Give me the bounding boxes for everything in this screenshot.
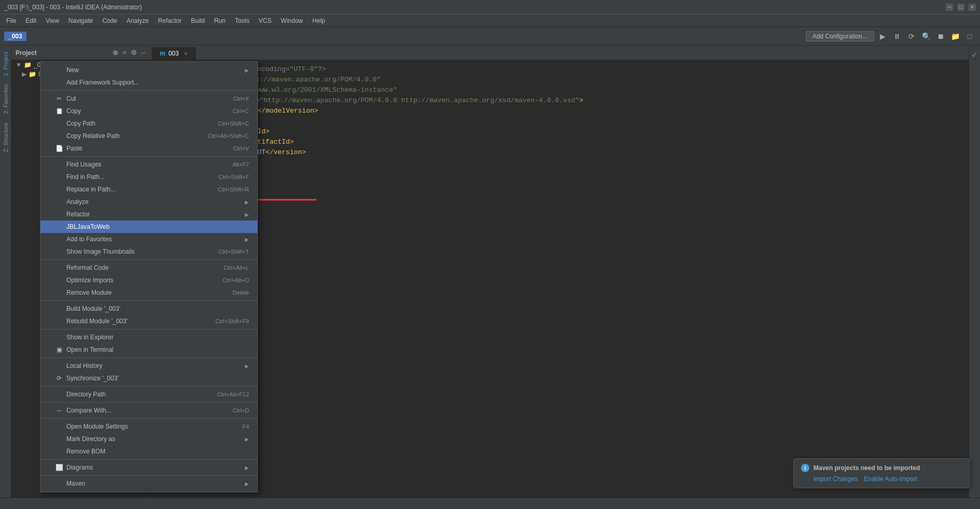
import-changes-link[interactable]: Import Changes: [813, 475, 858, 483]
ctx-build-module[interactable]: Build Module '_003': [40, 302, 257, 315]
ctx-add-framework[interactable]: Add Framework Support...: [40, 76, 257, 89]
layout-button[interactable]: □: [963, 30, 976, 43]
code-line-7: 7 <groupId>003</groupId>: [151, 127, 969, 137]
ctx-replace-in-path[interactable]: Replace in Path... Ctrl+Shift+R: [40, 183, 257, 196]
copy-path-icon: [55, 119, 63, 128]
ctx-find-usages[interactable]: Find Usages Alt+F7: [40, 158, 257, 171]
ctx-show-image-thumbnails[interactable]: Show Image Thumbnails Ctrl+Shift+T: [40, 245, 257, 258]
ctx-reformat-code[interactable]: Reformat Code Ctrl+Alt+L: [40, 262, 257, 274]
ctx-remove-module[interactable]: Remove Module Delete: [40, 286, 257, 299]
enable-auto-import-link[interactable]: Enable Auto-Import: [864, 475, 917, 483]
maximize-button[interactable]: □: [957, 4, 964, 11]
maven-notif-title: i Maven projects need to be imported: [801, 464, 962, 472]
remove-module-shortcut: Delete: [232, 290, 249, 296]
ctx-copy-path[interactable]: Copy Path Ctrl+Shift+C: [40, 117, 257, 130]
refresh-button[interactable]: ⟳: [905, 30, 918, 43]
menu-run[interactable]: Run: [210, 16, 230, 25]
ctx-add-to-favorites-label: Add to Favorites: [66, 236, 112, 243]
ctx-copy-relative-path[interactable]: Copy Relative Path Ctrl+Alt+Shift+C: [40, 130, 257, 142]
menu-vcs[interactable]: VCS: [255, 16, 276, 25]
ctx-synchronize[interactable]: ⟳ Synchronize '_003': [40, 372, 257, 384]
ctx-cut-label: Cut: [66, 95, 76, 102]
tab-003-label: 003: [169, 50, 179, 57]
panel-gear-icon[interactable]: ⚙: [130, 49, 138, 57]
ctx-find-in-path[interactable]: Find in Path... Ctrl+Shift+F: [40, 171, 257, 183]
window-controls: ─ □ ×: [946, 4, 976, 11]
project-panel: Project ⊕ ≡ ⚙ ─ ▼ 📁 _003 F:\_003 ▶ 📁 003…: [11, 46, 151, 498]
menu-edit[interactable]: Edit: [21, 16, 40, 25]
ctx-rebuild-module[interactable]: Rebuild Module '_003' Ctrl+Shift+F9: [40, 315, 257, 327]
ctx-directory-path[interactable]: Directory Path Ctrl+Alt+F12: [40, 388, 257, 401]
ctx-paste[interactable]: 📄 Paste Ctrl+V: [40, 142, 257, 155]
ctx-open-in-terminal[interactable]: ▣ Open in Terminal: [40, 343, 257, 356]
ctx-new[interactable]: New ▶: [40, 64, 257, 76]
search-button[interactable]: 🔍: [920, 30, 932, 43]
menu-file[interactable]: File: [2, 16, 20, 25]
code-line-11: 11: [151, 168, 969, 178]
separator-4: [40, 300, 257, 301]
cut-shortcut: Ctrl+X: [233, 95, 249, 102]
add-configuration-button[interactable]: Add Configuration...: [806, 31, 874, 42]
folder-button[interactable]: 📁: [949, 30, 961, 43]
minimize-button[interactable]: ─: [946, 4, 953, 11]
ctx-local-history[interactable]: Local History ▶: [40, 360, 257, 372]
panel-minimize-icon[interactable]: ─: [140, 49, 147, 57]
ctx-refactor[interactable]: Refactor ▶: [40, 208, 257, 221]
sidebar-item-structure[interactable]: Z: Structure: [1, 118, 10, 156]
ctx-optimize-imports[interactable]: Optimize Imports Ctrl+Alt+O: [40, 274, 257, 286]
rebuild-shortcut: Ctrl+Shift+F9: [215, 318, 249, 324]
menu-window[interactable]: Window: [277, 16, 307, 25]
ctx-analyze[interactable]: Analyze ▶: [40, 196, 257, 208]
panel-filter-icon[interactable]: ≡: [121, 49, 128, 57]
code-line-10: 10: [151, 158, 969, 168]
favorites-icon: [55, 235, 63, 243]
close-button[interactable]: ×: [969, 4, 976, 11]
run-button[interactable]: ▶: [876, 30, 889, 43]
copy-shortcut: Ctrl+C: [233, 108, 249, 114]
stop-button[interactable]: ⏹: [934, 30, 947, 43]
menu-build[interactable]: Build: [187, 16, 209, 25]
compare-shortcut: Ctrl+D: [233, 407, 249, 414]
debug-button[interactable]: ⏸: [891, 30, 903, 43]
menu-help[interactable]: Help: [308, 16, 329, 25]
sidebar-item-project[interactable]: 1: Project: [1, 48, 10, 80]
ctx-copy-label: Copy: [66, 107, 81, 115]
ctx-show-in-explorer[interactable]: Show in Explorer: [40, 331, 257, 343]
separator-8: [40, 402, 257, 403]
ctx-mark-directory[interactable]: Mark Directory as ▶: [40, 433, 257, 445]
left-tab-strip: 1: Project 2: Favorites Z: Structure: [0, 46, 11, 498]
editor-tab-003[interactable]: m 003 ×: [151, 47, 196, 60]
maven-icon: [55, 479, 63, 488]
ctx-compare-with[interactable]: ↔ Compare With... Ctrl+D: [40, 404, 257, 417]
menu-analyze[interactable]: Analyze: [122, 16, 153, 25]
ctx-remove-bom[interactable]: Remove BOM: [40, 445, 257, 458]
ctx-module-settings-label: Open Module Settings: [66, 423, 128, 430]
paste-shortcut: Ctrl+V: [233, 145, 249, 152]
menu-navigate[interactable]: Navigate: [64, 16, 97, 25]
mark-dir-icon: [55, 435, 63, 443]
ctx-jbl-label: JBLJavaToWeb: [66, 223, 109, 230]
menu-view[interactable]: View: [42, 16, 63, 25]
ctx-copy-path-label: Copy Path: [66, 120, 95, 127]
code-line-9: 9 <version>1.0-SNAPSHOT</version>: [151, 147, 969, 158]
ctx-copy[interactable]: 📋 Copy Ctrl+C: [40, 105, 257, 117]
sidebar-item-favorites[interactable]: 2: Favorites: [1, 80, 10, 118]
reformat-icon: [55, 264, 63, 272]
ctx-diagrams[interactable]: ⬜ Diagrams ▶: [40, 461, 257, 474]
ctx-jbl-java-to-web[interactable]: JBLJavaToWeb: [40, 221, 257, 233]
separator-6: [40, 357, 257, 358]
ctx-find-in-path-label: Find in Path...: [66, 173, 105, 181]
menu-code[interactable]: Code: [98, 16, 121, 25]
find-in-path-icon: [55, 173, 63, 181]
ctx-cut[interactable]: ✂ Cut Ctrl+X: [40, 92, 257, 105]
menu-tools[interactable]: Tools: [231, 16, 254, 25]
ctx-maven[interactable]: Maven ▶: [40, 477, 257, 490]
ctx-module-settings[interactable]: Open Module Settings F4: [40, 420, 257, 433]
menu-refactor[interactable]: Refactor: [154, 16, 186, 25]
jbl-icon: [55, 223, 63, 231]
optimize-icon: [55, 276, 63, 284]
panel-settings-icon[interactable]: ⊕: [112, 49, 119, 57]
tab-close-icon[interactable]: ×: [184, 50, 187, 57]
menu-bar: File Edit View Navigate Code Analyze Ref…: [0, 15, 980, 27]
ctx-add-to-favorites[interactable]: Add to Favorites ▶: [40, 233, 257, 245]
